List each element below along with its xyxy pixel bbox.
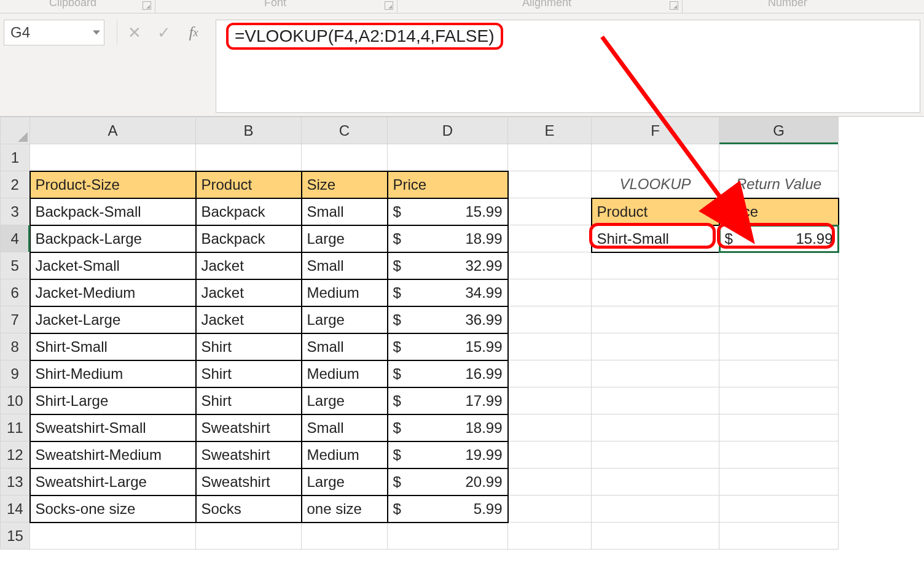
col-header-F[interactable]: F [592, 117, 719, 144]
cell-A14[interactable]: Socks-one size [30, 495, 196, 523]
col-header-E[interactable]: E [508, 117, 592, 144]
cell-A13[interactable]: Sweatshirt-Large [30, 468, 196, 495]
cell-E13[interactable] [508, 468, 592, 495]
col-header-B[interactable]: B [196, 117, 302, 144]
cell-F6[interactable] [592, 279, 719, 306]
cell-G15[interactable] [719, 523, 839, 550]
cell-E8[interactable] [508, 333, 592, 360]
cell-G4[interactable]: $15.99 [719, 225, 839, 252]
cell-G10[interactable] [719, 387, 839, 414]
cell-B5[interactable]: Jacket [196, 252, 302, 279]
worksheet-grid[interactable]: A B C D E F G 12Product-SizeProductSizeP… [0, 117, 924, 550]
cell-A9[interactable]: Shirt-Medium [30, 360, 196, 387]
cell-E3[interactable] [508, 198, 592, 225]
cell-E7[interactable] [508, 306, 592, 333]
cell-C11[interactable]: Small [302, 414, 388, 441]
cell-A15[interactable] [30, 523, 196, 550]
cell-F8[interactable] [592, 333, 719, 360]
row-header-13[interactable]: 13 [1, 468, 30, 495]
cell-D3[interactable]: $15.99 [388, 198, 508, 225]
insert-function-button[interactable]: fx [179, 20, 208, 45]
cell-E6[interactable] [508, 279, 592, 306]
cell-A1[interactable] [30, 144, 196, 171]
cell-E5[interactable] [508, 252, 592, 279]
row-header-11[interactable]: 11 [1, 414, 30, 441]
cell-B8[interactable]: Shirt [196, 333, 302, 360]
cell-C7[interactable]: Large [302, 306, 388, 333]
cell-A8[interactable]: Shirt-Small [30, 333, 196, 360]
cell-A7[interactable]: Jacket-Large [30, 306, 196, 333]
col-header-D[interactable]: D [388, 117, 508, 144]
row-header-1[interactable]: 1 [1, 144, 30, 171]
cancel-formula-button[interactable]: ✕ [120, 20, 149, 45]
cell-C15[interactable] [302, 523, 388, 550]
cell-D14[interactable]: $5.99 [388, 495, 508, 523]
cell-E15[interactable] [508, 523, 592, 550]
cell-C5[interactable]: Small [302, 252, 388, 279]
cell-E12[interactable] [508, 441, 592, 468]
cell-B11[interactable]: Sweatshirt [196, 414, 302, 441]
cell-B10[interactable]: Shirt [196, 387, 302, 414]
cell-C9[interactable]: Medium [302, 360, 388, 387]
cell-F3[interactable]: Product [592, 198, 719, 225]
cell-D2[interactable]: Price [388, 171, 508, 198]
cell-F9[interactable] [592, 360, 719, 387]
cell-C10[interactable]: Large [302, 387, 388, 414]
cell-E4[interactable] [508, 225, 592, 252]
cell-D15[interactable] [388, 523, 508, 550]
cell-A6[interactable]: Jacket-Medium [30, 279, 196, 306]
col-header-C[interactable]: C [302, 117, 388, 144]
cell-D5[interactable]: $32.99 [388, 252, 508, 279]
cell-F4[interactable]: Shirt-Small [592, 225, 719, 252]
cell-G8[interactable] [719, 333, 839, 360]
cell-G9[interactable] [719, 360, 839, 387]
accept-formula-button[interactable]: ✓ [149, 20, 179, 45]
row-header-9[interactable]: 9 [1, 360, 30, 387]
row-header-8[interactable]: 8 [1, 333, 30, 360]
row-header-4[interactable]: 4 [1, 225, 30, 252]
cell-E11[interactable] [508, 414, 592, 441]
cell-D4[interactable]: $18.99 [388, 225, 508, 252]
cell-D11[interactable]: $18.99 [388, 414, 508, 441]
cell-D7[interactable]: $36.99 [388, 306, 508, 333]
cell-A2[interactable]: Product-Size [30, 171, 196, 198]
cell-F7[interactable] [592, 306, 719, 333]
cell-D12[interactable]: $19.99 [388, 441, 508, 468]
formula-input[interactable]: =VLOOKUP(F4,A2:D14,4,FALSE) [216, 20, 920, 113]
cell-B9[interactable]: Shirt [196, 360, 302, 387]
dialog-launcher-icon[interactable] [670, 1, 678, 10]
cell-D9[interactable]: $16.99 [388, 360, 508, 387]
cell-F1[interactable] [592, 144, 719, 171]
cell-G5[interactable] [719, 252, 839, 279]
cell-F10[interactable] [592, 387, 719, 414]
cell-G12[interactable] [719, 441, 839, 468]
cell-B4[interactable]: Backpack [196, 225, 302, 252]
cell-C12[interactable]: Medium [302, 441, 388, 468]
row-header-3[interactable]: 3 [1, 198, 30, 225]
row-header-15[interactable]: 15 [1, 523, 30, 550]
cell-C2[interactable]: Size [302, 171, 388, 198]
cell-C8[interactable]: Small [302, 333, 388, 360]
cell-E14[interactable] [508, 495, 592, 523]
dialog-launcher-icon[interactable] [143, 1, 151, 10]
cell-G14[interactable] [719, 495, 839, 523]
cell-F15[interactable] [592, 523, 719, 550]
cell-D1[interactable] [388, 144, 508, 171]
dialog-launcher-icon[interactable] [385, 1, 393, 10]
cell-B15[interactable] [196, 523, 302, 550]
cell-G6[interactable] [719, 279, 839, 306]
cell-A12[interactable]: Sweatshirt-Medium [30, 441, 196, 468]
col-header-G[interactable]: G [719, 117, 839, 144]
row-header-6[interactable]: 6 [1, 279, 30, 306]
cell-E2[interactable] [508, 171, 592, 198]
cell-B14[interactable]: Socks [196, 495, 302, 523]
cell-F14[interactable] [592, 495, 719, 523]
cell-B6[interactable]: Jacket [196, 279, 302, 306]
cell-B3[interactable]: Backpack [196, 198, 302, 225]
cell-B13[interactable]: Sweatshirt [196, 468, 302, 495]
cell-C6[interactable]: Medium [302, 279, 388, 306]
cell-G11[interactable] [719, 414, 839, 441]
select-all-corner[interactable] [1, 117, 30, 144]
row-header-10[interactable]: 10 [1, 387, 30, 414]
cell-G1[interactable] [719, 144, 839, 171]
